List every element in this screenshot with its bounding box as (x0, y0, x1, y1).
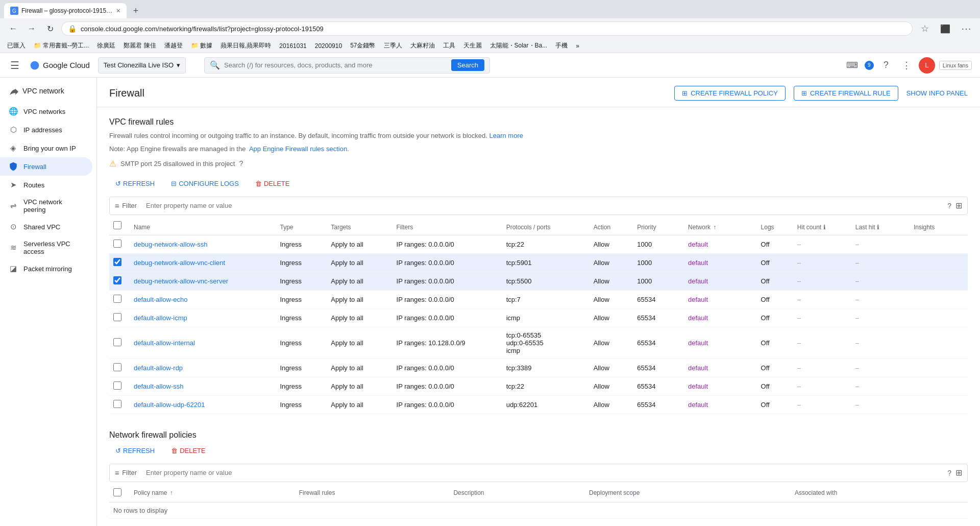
bookmark-more[interactable]: » (573, 41, 582, 51)
bookmarks-bar: 已匯入 📁 常用書籤--勞工... 徐廣廷 鄭麗君 陳佳 潘越登 📁 數據 蘋果… (0, 39, 980, 53)
bookmark-大麻籽油[interactable]: 大麻籽油 (407, 40, 438, 51)
bookmark-57金錢幣[interactable]: 57金錢幣 (347, 40, 378, 51)
bookmark-徐廣廷[interactable]: 徐廣廷 (94, 40, 118, 51)
bookmark-數據[interactable]: 📁 數據 (188, 40, 215, 51)
bookmark-潘越登[interactable]: 潘越登 (161, 40, 186, 51)
bookmark-蘋果日報[interactable]: 蘋果日報,蘋果即時 (217, 40, 274, 51)
tab-title: Firewall – glossy-protocol-191509 – Goog… (21, 7, 113, 14)
browser-tabs-bar: G Firewall – glossy-protocol-191509 – Go… (0, 0, 980, 18)
tab-favicon: G (10, 7, 18, 15)
close-tab-button[interactable]: × (116, 7, 120, 15)
bookmark-20161031[interactable]: 20161031 (276, 41, 309, 51)
bookmark-已匯入[interactable]: 已匯入 (4, 40, 29, 51)
bookmark-天生麗[interactable]: 天生麗 (460, 40, 485, 51)
bookmark-鄭麗君陳佳[interactable]: 鄭麗君 陳佳 (120, 40, 159, 51)
bookmark-20200910[interactable]: 20200910 (312, 41, 345, 51)
bookmark-常用書籤[interactable]: 📁 常用書籤--勞工... (31, 40, 92, 51)
forward-button[interactable]: → (24, 21, 39, 36)
address-bar[interactable]: 🔒 console.cloud.google.com/networking/fi… (61, 21, 913, 36)
active-tab[interactable]: G Firewall – glossy-protocol-191509 – Go… (4, 3, 127, 18)
browser-controls: ← → ↻ 🔒 console.cloud.google.com/network… (0, 18, 980, 39)
bookmark-工具[interactable]: 工具 (440, 40, 458, 51)
bookmark-太陽能[interactable]: 太陽能・Solar・Ba... (487, 40, 551, 51)
browser-tabs: G Firewall – glossy-protocol-191509 – Go… (4, 0, 145, 18)
bookmark-star[interactable]: ☆ (917, 20, 933, 37)
url-text: console.cloud.google.com/networking/fire… (81, 25, 906, 33)
more-options-button[interactable]: ⋯ (958, 20, 974, 37)
new-tab-button[interactable]: + (127, 3, 145, 18)
reload-button[interactable]: ↻ (43, 21, 57, 36)
cast-icon[interactable]: ⬛ (937, 20, 953, 37)
back-button[interactable]: ← (6, 21, 20, 36)
bookmark-手機[interactable]: 手機 (552, 40, 571, 51)
bookmark-三季人[interactable]: 三季人 (381, 40, 405, 51)
